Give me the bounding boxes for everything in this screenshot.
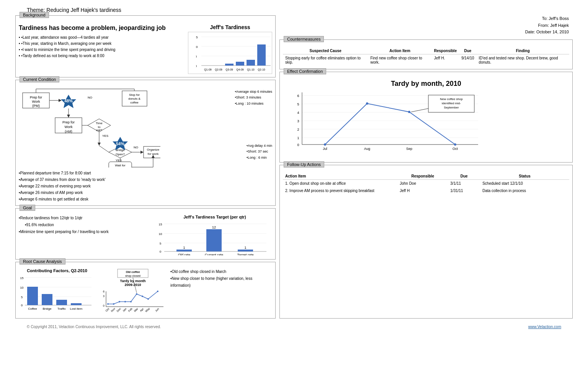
condition-bullet: •Average 26 minutes of AM prep work <box>19 189 272 196</box>
tardy-history-svg: Old coffee shop closed Tardy by month 20… <box>98 268 165 314</box>
svg-text:Lost item: Lost item <box>70 307 83 310</box>
svg-text:Open?: Open? <box>116 153 125 156</box>
goal-bullet: •91.6% reduction <box>25 222 154 228</box>
goal-section: Goal •Reduce tardiness from 12/qtr to 1/… <box>15 208 276 260</box>
condition-notes: •Planned departure time 7:15 for 8:00 st… <box>19 170 272 202</box>
cm-col-responsible: Responsible <box>432 48 459 54</box>
page-title: Theme: Reducing Jeff Hajek's tardiness <box>27 7 577 13</box>
tardiness-svg: 15 10 5 0 <box>196 34 273 72</box>
condition-bullet: •Planned departure time 7:15 for 8:00 st… <box>19 170 272 176</box>
current-condition-section: Current Condition Prep for Work (PM) <box>15 80 276 206</box>
svg-text:YES: YES <box>102 134 108 138</box>
svg-point-157 <box>408 111 410 113</box>
svg-point-121 <box>107 303 109 305</box>
svg-rect-13 <box>257 44 266 66</box>
svg-text:4: 4 <box>297 111 299 115</box>
fu-col-status: Status <box>480 173 569 180</box>
tardy-note: •New shop closer to home (higher variati… <box>170 275 272 289</box>
goal-text: •Reduce tardiness from 12/qtr to 1/qtr•9… <box>19 215 154 256</box>
cm-row: Stopping early for coffee eliminates opt… <box>283 54 569 66</box>
svg-line-167 <box>411 108 428 112</box>
tardy-history-chart: Old coffee shop closed Tardy by month 20… <box>98 268 167 315</box>
fu-col-action: Action Item <box>283 173 397 180</box>
svg-text:5: 5 <box>196 55 197 58</box>
svg-text:1: 1 <box>244 246 246 250</box>
followup-section: Follow-Up Actions Action Item Responsibl… <box>279 165 573 319</box>
svg-text:Work: Work <box>65 125 73 129</box>
tardiness-chart: Jeff's Tardiness 15 10 5 0 <box>188 24 272 74</box>
svg-text:15: 15 <box>196 36 198 39</box>
svg-text:shop closed: shop closed <box>125 274 140 278</box>
copyright: © Copyright 2011, Velaction Continuous I… <box>27 325 161 329</box>
svg-text:Oct: Oct <box>105 307 110 312</box>
svg-rect-106 <box>71 303 82 305</box>
flowchart-container: Prep for Work (PM) 48% <box>19 87 272 168</box>
background-heading: Tardiness has become a problem, jeopardi… <box>19 24 185 32</box>
fu-col-responsible: Responsible <box>397 173 448 180</box>
followup-table: Action Item Responsible Due Status 1. Op… <box>283 173 569 194</box>
svg-text:Coffee: Coffee <box>28 307 37 310</box>
svg-text:10: 10 <box>196 45 198 49</box>
contributing-factors: Contributing Factors, Q2-2010 15 10 5 0 <box>19 268 95 315</box>
cm-cell-cause: Stopping early for coffee eliminates opt… <box>283 54 368 66</box>
svg-text:Work: Work <box>32 100 40 104</box>
svg-rect-90 <box>238 250 253 251</box>
fu-col-due: Due <box>448 173 480 180</box>
background-text: Tardiness has become a problem, jeopardi… <box>19 24 185 74</box>
svg-rect-11 <box>236 62 244 66</box>
left-panel: Background Tardiness has become a proble… <box>15 15 276 319</box>
cm-cell-action: Find new coffee shop closer to work. <box>368 54 431 66</box>
stop-notes: •Average stop 6 minutes •Short: 3 minute… <box>235 89 272 107</box>
svg-text:12: 12 <box>212 225 216 229</box>
svg-text:Jan: Jan <box>122 307 127 312</box>
svg-text:September: September <box>444 106 459 109</box>
fu-row: 1. Open donut shop on-site at officeJohn… <box>283 179 569 187</box>
svg-text:Jul: Jul <box>323 147 327 151</box>
svg-text:10: 10 <box>20 286 24 289</box>
cm-header-row: Suspected Cause Action Item Responsible … <box>283 48 569 54</box>
countermeasures-section: Countermeasures Suspected Cause Action I… <box>279 39 573 69</box>
goal-chart-title: Jeff's Tardiness Target (per qtr) <box>157 215 272 219</box>
svg-rect-104 <box>42 294 52 305</box>
goal-label: Goal <box>20 205 35 211</box>
svg-rect-86 <box>176 250 192 251</box>
bridge-notes: •Avg delay 4 min •Short: 37 sec •Long : … <box>247 143 272 161</box>
svg-text:(PM): (PM) <box>32 104 40 108</box>
svg-text:10: 10 <box>159 232 162 236</box>
svg-point-126 <box>136 293 137 295</box>
svg-text:Q1-10: Q1-10 <box>247 68 255 71</box>
cm-cell-responsible: Jeff H. <box>432 54 459 66</box>
svg-point-156 <box>366 102 368 105</box>
svg-text:coffee: coffee <box>130 101 139 104</box>
root-cause-section: Root Cause Analysis Contributing Factors… <box>15 262 276 319</box>
svg-point-123 <box>119 301 120 302</box>
background-label: Background <box>20 12 49 18</box>
tardiness-chart-title: Jeff's Tardiness <box>188 24 272 30</box>
goal-chart: Jeff's Tardiness Target (per qtr) 15 10 … <box>157 215 272 256</box>
condition-bullet: •Average of 37 minutes from door to 'rea… <box>19 176 272 183</box>
svg-text:YES: YES <box>116 159 122 162</box>
header-info: To: Jeff's Boss From: Jeff Hajek Date: O… <box>279 15 573 36</box>
website-link[interactable]: www.Velaction.com <box>528 325 561 329</box>
condition-bullet: •Average 6 minutes to get settled at des… <box>19 196 272 202</box>
svg-text:Current rate: Current rate <box>205 253 223 255</box>
svg-point-158 <box>454 143 456 146</box>
fu-header-row: Action Item Responsible Due Status <box>283 173 569 180</box>
svg-text:Q2-10: Q2-10 <box>258 68 265 71</box>
header-from: From: Jeff Hajek <box>279 22 569 29</box>
svg-text:NO: NO <box>134 146 138 149</box>
svg-rect-88 <box>206 229 222 251</box>
svg-text:2: 2 <box>297 128 299 131</box>
svg-text:Apr: Apr <box>139 307 145 312</box>
tardy-note: •Old coffee shop closed in March <box>170 268 272 275</box>
svg-text:3: 3 <box>103 295 105 297</box>
svg-text:Aug: Aug <box>364 147 370 151</box>
svg-point-122 <box>113 303 114 305</box>
svg-text:(AM): (AM) <box>65 130 72 133</box>
svg-text:May: May <box>145 307 150 313</box>
svg-text:2009-2010: 2009-2010 <box>124 283 141 287</box>
svg-point-127 <box>142 296 143 297</box>
svg-text:Q4-09: Q4-09 <box>236 68 244 71</box>
background-bullet: •I want to minimize the time spent prepa… <box>19 47 185 53</box>
fu-cell-status: Data collection in process <box>480 187 569 194</box>
